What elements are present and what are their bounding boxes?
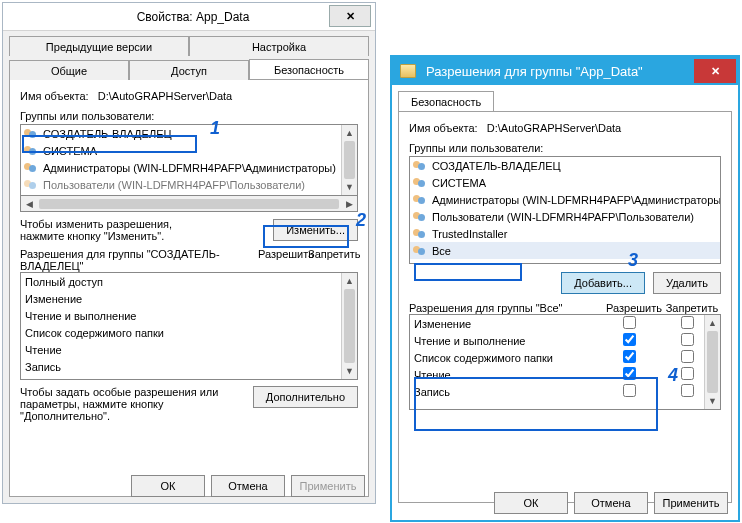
permission-row: Чтение и выполнение [21,307,357,324]
permissions-header: Разрешения для группы "СОЗДАТЕЛЬ-ВЛАДЕЛЕ… [20,248,358,272]
remove-button[interactable]: Удалить [653,272,721,294]
close-button[interactable]: ✕ [694,59,736,83]
list-item[interactable]: Пользователи (WIN-LDFMRH4PAFP\Пользовате… [21,176,357,193]
permission-row: Изменение [21,290,357,307]
horizontal-scrollbar[interactable]: ◀▶ [20,196,358,212]
list-item[interactable]: Администраторы (WIN-LDFMRH4PAFP\Админист… [410,191,720,208]
callout-4: 4 [668,365,678,386]
permission-row: Запись [21,358,357,375]
tabs-row-lower: Общие Доступ Безопасность [9,59,369,79]
cancel-button[interactable]: Отмена [211,475,285,497]
ok-button[interactable]: ОК [494,492,568,514]
vertical-scrollbar[interactable]: ▲▼ [341,125,357,195]
object-name-value: D:\AutoGRAPHServer\Data [487,122,622,134]
deny-checkbox[interactable] [681,316,694,329]
advanced-button[interactable]: Дополнительно [253,386,358,408]
tabs-row-upper: Предыдущие версии Настройка [9,35,369,55]
users-icon [23,161,39,175]
scroll-right-icon[interactable]: ▶ [341,199,357,209]
allow-column-header: Разрешить [258,248,308,272]
users-icon [412,210,428,224]
permission-row: Чтение и выполнение [410,332,720,349]
users-listbox[interactable]: СОЗДАТЕЛЬ-ВЛАДЕЛЕЦ СИСТЕМА Администратор… [20,124,358,196]
users-icon [23,127,39,141]
permissions-header: Разрешения для группы "Все" Разрешить За… [409,302,721,314]
list-item[interactable]: СИСТЕМА [21,142,357,159]
tab-security[interactable]: Безопасность [398,91,494,111]
apply-button[interactable]: Применить [291,475,365,497]
object-name-label: Имя объекта: [20,90,89,102]
callout-1: 1 [210,118,220,139]
tab-sharing[interactable]: Доступ [129,60,249,80]
scroll-down-icon[interactable]: ▼ [342,179,357,195]
vertical-scrollbar[interactable]: ▲▼ [341,273,357,379]
tab-previous-versions[interactable]: Предыдущие версии [9,36,189,56]
allow-checkbox[interactable] [623,350,636,363]
scroll-thumb[interactable] [707,331,718,393]
close-icon: ✕ [711,65,720,78]
permission-row: Список содержимого папки [21,324,357,341]
security-panel: Имя объекта: D:\AutoGRAPHServer\Data Гру… [9,79,369,497]
list-item[interactable]: СИСТЕМА [410,174,720,191]
allow-checkbox[interactable] [623,333,636,346]
scroll-up-icon[interactable]: ▲ [342,125,357,141]
deny-column-header: Запретить [663,302,721,314]
dialog-footer: ОК Отмена Применить [392,492,738,514]
users-icon [412,176,428,190]
close-button[interactable]: ✕ [329,5,371,27]
scroll-thumb[interactable] [344,141,355,179]
allow-checkbox[interactable] [623,367,636,380]
deny-column-header: Запретить [308,248,358,272]
users-icon [23,144,39,158]
object-name-line: Имя объекта: D:\AutoGRAPHServer\Data [20,90,358,102]
users-icon [23,178,39,192]
permissions-window: Разрешения для группы "App_Data" ✕ Безоп… [390,55,740,522]
object-name-label: Имя объекта: [409,122,478,134]
scroll-up-icon[interactable]: ▲ [705,315,720,331]
scroll-left-icon[interactable]: ◀ [21,199,37,209]
scroll-up-icon[interactable]: ▲ [342,273,357,289]
vertical-scrollbar[interactable]: ▲▼ [704,315,720,409]
callout-3: 3 [628,250,638,271]
dialog-footer: ОК Отмена Применить [3,475,375,497]
cancel-button[interactable]: Отмена [574,492,648,514]
deny-checkbox[interactable] [681,333,694,346]
add-button[interactable]: Добавить... [561,272,645,294]
permissions-listbox[interactable]: Изменение Чтение и выполнение Список сод… [409,314,721,410]
scroll-down-icon[interactable]: ▼ [342,363,357,379]
callout-2: 2 [356,210,366,231]
list-item[interactable]: СОЗДАТЕЛЬ-ВЛАДЕЛЕЦ [410,157,720,174]
edit-button[interactable]: Изменить... [273,219,358,241]
list-item-selected[interactable]: Все [410,242,720,259]
permission-row: Список содержимого папки [410,349,720,366]
apply-button[interactable]: Применить [654,492,728,514]
tab-customize[interactable]: Настройка [189,36,369,56]
folder-icon [400,64,416,78]
permissions-listbox[interactable]: Полный доступ Изменение Чтение и выполне… [20,272,358,380]
list-item[interactable]: СОЗДАТЕЛЬ-ВЛАДЕЛЕЦ [21,125,357,142]
scroll-down-icon[interactable]: ▼ [705,393,720,409]
users-icon [412,193,428,207]
tab-security[interactable]: Безопасность [249,59,369,79]
scroll-thumb[interactable] [39,199,339,209]
ok-button[interactable]: ОК [131,475,205,497]
deny-checkbox[interactable] [681,384,694,397]
list-item[interactable]: Пользователи (WIN-LDFMRH4PAFP\Пользовате… [410,208,720,225]
permission-row: Полный доступ [21,273,357,290]
list-item[interactable]: TrustedInstaller [410,225,720,242]
deny-checkbox[interactable] [681,350,694,363]
users-listbox[interactable]: СОЗДАТЕЛЬ-ВЛАДЕЛЕЦ СИСТЕМА Администратор… [409,156,721,264]
scroll-thumb[interactable] [344,289,355,363]
users-icon [412,244,428,258]
allow-checkbox[interactable] [623,316,636,329]
list-item[interactable]: Администраторы (WIN-LDFMRH4PAFP\Админист… [21,159,357,176]
tab-general[interactable]: Общие [9,60,129,80]
titlebar[interactable]: Разрешения для группы "App_Data" ✕ [392,57,738,85]
deny-checkbox[interactable] [681,367,694,380]
users-icon [412,227,428,241]
allow-checkbox[interactable] [623,384,636,397]
object-name-value: D:\AutoGRAPHServer\Data [98,90,233,102]
titlebar[interactable]: Свойства: App_Data ✕ [3,3,375,31]
permissions-title: Разрешения для группы "СОЗДАТЕЛЬ-ВЛАДЕЛЕ… [20,248,258,272]
close-icon: ✕ [346,10,355,23]
